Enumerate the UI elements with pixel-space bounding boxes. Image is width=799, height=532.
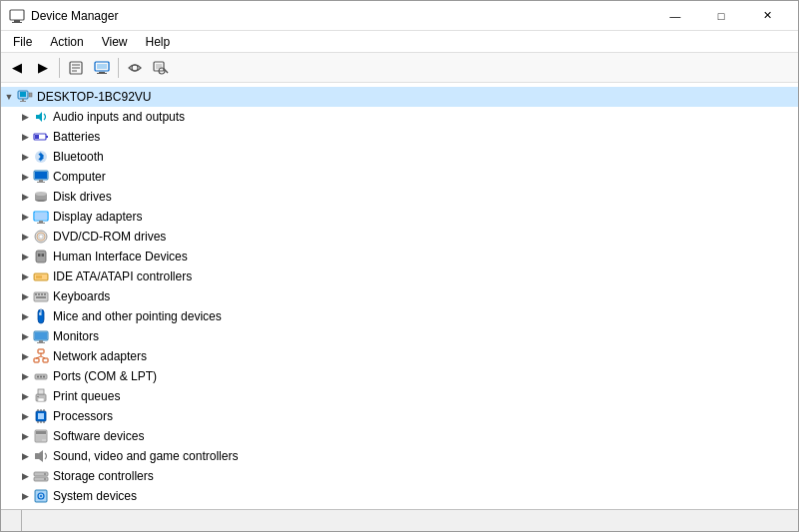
svg-rect-70: [38, 389, 44, 394]
tree-item-disk[interactable]: ▶ Disk drives: [1, 187, 798, 207]
keyboards-label: Keyboards: [53, 289, 110, 303]
tree-item-bluetooth[interactable]: ▶ Bluetooth: [1, 147, 798, 167]
svg-rect-18: [20, 101, 26, 102]
batteries-icon: [33, 129, 49, 145]
tree-item-sound[interactable]: ▶ Sound, video and game controllers: [1, 446, 798, 466]
system-label: System devices: [53, 489, 137, 503]
batteries-label: Batteries: [53, 130, 100, 144]
tree-item-dvd[interactable]: ▶ DVD/CD-ROM drives: [1, 227, 798, 247]
display-expand-icon[interactable]: ▶: [17, 209, 33, 225]
svg-point-90: [44, 478, 46, 480]
sound-expand-icon[interactable]: ▶: [17, 448, 33, 464]
back-button[interactable]: ◀: [5, 56, 29, 80]
svg-rect-27: [37, 182, 45, 183]
svg-rect-33: [39, 221, 43, 223]
computer-icon: [33, 169, 49, 185]
status-bar: [1, 509, 798, 531]
batteries-expand-icon[interactable]: ▶: [17, 129, 33, 145]
dvd-label: DVD/CD-ROM drives: [53, 230, 166, 244]
show-hidden-button[interactable]: [123, 56, 147, 80]
tree-item-network[interactable]: ▶ Network adapters: [1, 346, 798, 366]
tree-item-mice[interactable]: ▶ Mice and other pointing devices: [1, 306, 798, 326]
storage-icon: [33, 468, 49, 484]
ide-expand-icon[interactable]: ▶: [17, 268, 33, 284]
root-label: DESKTOP-1BC92VU: [37, 90, 152, 104]
svg-point-88: [44, 473, 46, 475]
tree-item-keyboards[interactable]: ▶ Keyboards: [1, 286, 798, 306]
svg-point-93: [40, 495, 42, 497]
computer-label: Computer: [53, 170, 106, 184]
tree-item-system[interactable]: ▶ System devices: [1, 486, 798, 506]
tree-item-ide[interactable]: ▶ IDE ATA/ATAPI controllers: [1, 266, 798, 286]
tree-item-computer[interactable]: ▶ Computer: [1, 167, 798, 187]
tree-item-storage[interactable]: ▶ Storage controllers: [1, 466, 798, 486]
menu-help[interactable]: Help: [138, 33, 179, 51]
print-expand-icon[interactable]: ▶: [17, 388, 33, 404]
bluetooth-icon: [33, 149, 49, 165]
root-expand-icon[interactable]: ▼: [1, 89, 17, 105]
svg-rect-48: [35, 293, 37, 295]
network-expand-icon[interactable]: ▶: [17, 348, 33, 364]
tree-item-processors[interactable]: ▶ Processors: [1, 406, 798, 426]
menu-action[interactable]: Action: [42, 33, 91, 51]
network-icon: [33, 348, 49, 364]
svg-rect-86: [35, 453, 39, 459]
update-driver-button[interactable]: [90, 56, 114, 80]
tree-item-print[interactable]: ▶ Print queues: [1, 386, 798, 406]
forward-button[interactable]: ▶: [31, 56, 55, 80]
tree-item-software[interactable]: ▶ Software devices: [1, 426, 798, 446]
maximize-button[interactable]: □: [698, 1, 744, 31]
hid-expand-icon[interactable]: ▶: [17, 249, 33, 265]
tree-item-monitors[interactable]: ▶ Monitors: [1, 326, 798, 346]
toolbar-separator-2: [118, 58, 119, 78]
storage-expand-icon[interactable]: ▶: [17, 468, 33, 484]
menu-view[interactable]: View: [94, 33, 136, 51]
svg-rect-40: [42, 254, 44, 257]
ports-icon: [33, 368, 49, 384]
monitors-expand-icon[interactable]: ▶: [17, 328, 33, 344]
minimize-button[interactable]: —: [652, 1, 698, 31]
svg-rect-34: [37, 223, 45, 224]
sound-icon: [33, 448, 49, 464]
keyboards-expand-icon[interactable]: ▶: [17, 288, 33, 304]
audio-label: Audio inputs and outputs: [53, 110, 185, 124]
window-title: Device Manager: [31, 9, 118, 23]
svg-rect-2: [12, 22, 22, 23]
disk-expand-icon[interactable]: ▶: [17, 189, 33, 205]
device-tree[interactable]: ▼ DESKTOP-1BC92VU ▶: [1, 83, 798, 509]
software-expand-icon[interactable]: ▶: [17, 428, 33, 444]
svg-rect-26: [39, 180, 43, 182]
system-expand-icon[interactable]: ▶: [17, 488, 33, 504]
tree-root[interactable]: ▼ DESKTOP-1BC92VU: [1, 87, 798, 107]
mice-expand-icon[interactable]: ▶: [17, 308, 33, 324]
bluetooth-expand-icon[interactable]: ▶: [17, 149, 33, 165]
menu-file[interactable]: File: [5, 33, 40, 51]
display-label: Display adapters: [53, 210, 142, 224]
close-button[interactable]: ✕: [744, 1, 790, 31]
svg-rect-32: [35, 213, 47, 220]
ports-expand-icon[interactable]: ▶: [17, 368, 33, 384]
properties-button[interactable]: [64, 56, 88, 80]
svg-rect-39: [38, 254, 40, 257]
tree-item-display[interactable]: ▶ Display adapters: [1, 207, 798, 227]
tree-item-ports[interactable]: ▶ Ports (COM & LPT): [1, 366, 798, 386]
tree-item-audio[interactable]: ▶ Audio inputs and outputs: [1, 107, 798, 127]
tree-item-batteries[interactable]: ▶ Batteries: [1, 127, 798, 147]
svg-rect-1: [14, 20, 20, 22]
hid-label: Human Interface Devices: [53, 250, 188, 264]
svg-rect-74: [38, 413, 44, 419]
scan-button[interactable]: [149, 56, 173, 80]
processors-expand-icon[interactable]: ▶: [17, 408, 33, 424]
svg-rect-19: [29, 93, 32, 97]
dvd-icon: [33, 229, 49, 245]
bluetooth-label: Bluetooth: [53, 150, 104, 164]
tree-item-hid[interactable]: ▶ Human Interface Devices: [1, 247, 798, 266]
audio-icon: [33, 109, 49, 125]
ide-icon: [33, 268, 49, 284]
computer-expand-icon[interactable]: ▶: [17, 169, 33, 185]
network-label: Network adapters: [53, 349, 147, 363]
dvd-expand-icon[interactable]: ▶: [17, 229, 33, 245]
print-label: Print queues: [53, 389, 120, 403]
software-icon: [33, 428, 49, 444]
audio-expand-icon[interactable]: ▶: [17, 109, 33, 125]
